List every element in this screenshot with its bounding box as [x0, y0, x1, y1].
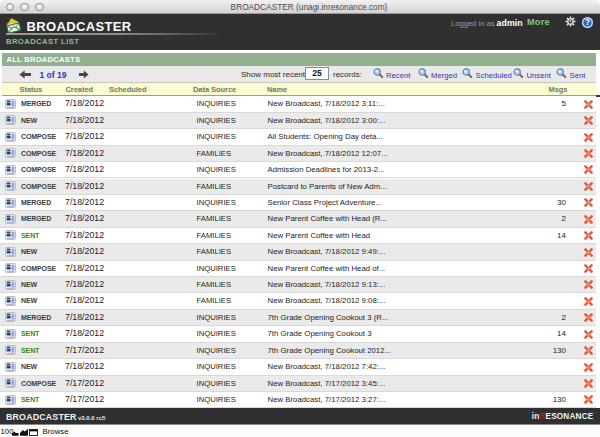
svg-text:?: ? [584, 19, 589, 28]
